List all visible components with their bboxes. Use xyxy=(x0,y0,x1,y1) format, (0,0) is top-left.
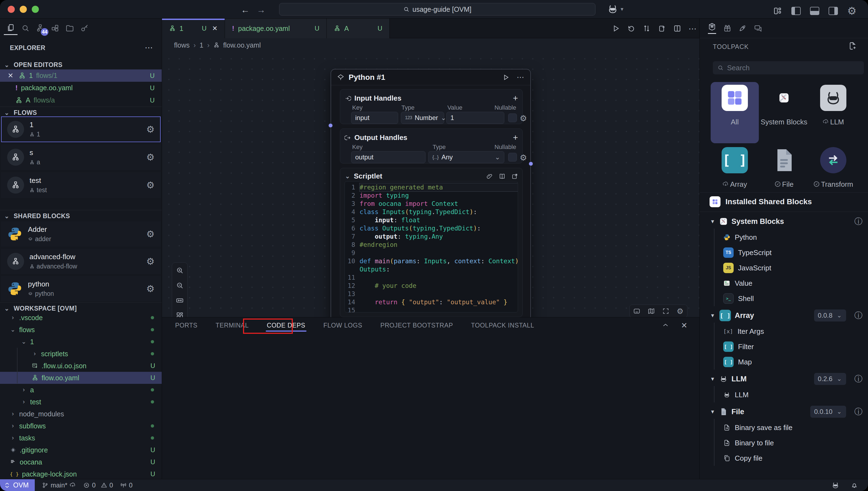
breadcrumb[interactable]: flows›1›flow.oo.yaml xyxy=(174,38,261,52)
shared-blocks-header[interactable]: ⌄SHARED BLOCKS xyxy=(0,210,162,222)
toolpack-block-value[interactable]: Value xyxy=(700,276,868,291)
block-settings-gear-icon[interactable]: ⚙ xyxy=(146,229,155,239)
version-select[interactable]: 0.2.6⌄ xyxy=(814,373,846,385)
panel-close-icon[interactable]: ✕ xyxy=(681,321,687,330)
toolpack-block-javascript[interactable]: JSJavaScript xyxy=(700,260,868,276)
code-line[interactable]: 7 output: typing.Any xyxy=(345,232,518,240)
attach-icon[interactable] xyxy=(486,173,493,180)
account-menu[interactable]: ▾ xyxy=(607,3,623,15)
flow-settings-gear-icon[interactable]: ⚙ xyxy=(146,124,155,135)
input-type-select[interactable]: 123 Number ⌄ xyxy=(401,112,444,124)
minimap-icon[interactable] xyxy=(648,308,655,315)
editor-layout-icon[interactable] xyxy=(773,6,782,15)
explorer-more-icon[interactable]: ⋯ xyxy=(145,42,154,52)
feedback-tab-icon[interactable] xyxy=(754,24,762,32)
code-line[interactable]: 14 return { "output": "output_value" } xyxy=(345,298,518,306)
toolpack-block-shell[interactable]: >_Shell xyxy=(700,291,868,306)
editor-more-icon[interactable]: ⋯ xyxy=(688,24,697,33)
input-nullable-checkbox[interactable] xyxy=(508,113,517,122)
breadcrumb-item[interactable]: flows xyxy=(174,41,190,49)
toolpack-block-python[interactable]: Python xyxy=(700,230,868,245)
workspace-tree-item[interactable]: .flow.ui.oo.jsonU xyxy=(0,360,162,372)
activity-folder-icon[interactable] xyxy=(63,21,77,35)
panel-tab-toolpack-install[interactable]: TOOLPACK INSTALL xyxy=(470,317,535,333)
code-line[interactable]: 4class Inputs(typing.TypedDict): xyxy=(345,208,518,216)
zoom-out-icon[interactable] xyxy=(176,281,184,290)
code-line[interactable]: 11 xyxy=(345,273,518,282)
toolpack-card-all[interactable]: All xyxy=(711,85,759,127)
flow-settings-gear-icon[interactable]: ⚙ xyxy=(146,152,155,163)
panel-collapse-icon[interactable] xyxy=(662,322,669,329)
info-icon[interactable]: ⓘ xyxy=(854,406,863,417)
toolpack-card-transform[interactable]: Transform xyxy=(809,147,857,189)
toggle-right-sidebar-icon[interactable] xyxy=(829,7,838,15)
output-port-dot[interactable] xyxy=(528,161,533,166)
compare-icon[interactable] xyxy=(643,24,651,32)
split-editor-icon[interactable] xyxy=(673,24,681,32)
editor-tab[interactable]: 1U✕ xyxy=(162,19,225,38)
run-flow-icon[interactable] xyxy=(612,24,620,32)
code-line[interactable]: 13 xyxy=(345,290,518,298)
workspace-tree-item[interactable]: ›a xyxy=(0,384,162,396)
scriptlet-code-editor[interactable]: 1#region generated meta2import typing3fr… xyxy=(345,181,518,313)
workspace-tree-item[interactable]: ›.vscode xyxy=(0,312,162,324)
ports-status[interactable]: 0 xyxy=(120,482,132,489)
open-editor-item[interactable]: ✕1flows/1U xyxy=(0,69,162,82)
panel-tab-project-bootstrap[interactable]: PROJECT BOOTSTRAP xyxy=(379,317,454,333)
open-external-icon[interactable] xyxy=(511,173,518,180)
toolpack-block-llm[interactable]: LLM xyxy=(700,387,868,402)
workspace-tree-item[interactable]: ⌄flows xyxy=(0,324,162,336)
code-line[interactable]: 2import typing xyxy=(345,191,518,200)
toolpack-card-array[interactable]: [ ]Array xyxy=(711,147,759,189)
docs-icon[interactable] xyxy=(499,173,506,180)
window-close-button[interactable] xyxy=(8,6,15,13)
code-line[interactable]: 1#region generated meta xyxy=(345,183,518,191)
collapse-icon[interactable]: ⌄ xyxy=(345,173,351,180)
toolpack-group-llm[interactable]: ▾LLM0.2.6⌄ⓘ xyxy=(700,372,868,386)
activity-key-icon[interactable] xyxy=(78,21,91,35)
git-branch-status[interactable]: main* xyxy=(42,482,76,489)
block-settings-gear-icon[interactable]: ⚙ xyxy=(146,283,155,294)
shared-block-item[interactable]: python python ⚙ xyxy=(1,276,161,301)
fullscreen-icon[interactable] xyxy=(662,308,669,315)
block-settings-gear-icon[interactable]: ⚙ xyxy=(146,256,155,267)
new-toolpack-icon[interactable] xyxy=(848,41,857,50)
command-center-search[interactable]: usage-guide [OVM] xyxy=(279,3,595,16)
panel-tab-ports[interactable]: PORTS xyxy=(174,317,199,333)
code-line[interactable]: 9 xyxy=(345,249,518,257)
shared-block-item[interactable]: Adder adder ⚙ xyxy=(1,222,161,247)
marketplace-tab-icon[interactable] xyxy=(723,24,731,32)
console-panel-icon[interactable] xyxy=(633,308,640,315)
output-type-select[interactable]: {..} Any ⌄ xyxy=(428,151,504,163)
nav-back-icon[interactable]: ← xyxy=(241,5,249,15)
info-icon[interactable]: ⓘ xyxy=(854,310,863,321)
input-handle-gear-icon[interactable]: ⚙ xyxy=(520,113,527,123)
close-icon[interactable]: ✕ xyxy=(8,71,15,80)
python-node[interactable]: Python #1 ⋯ Input Handles + Key Type Val… xyxy=(331,69,531,317)
workspace-tree-item[interactable]: { }package-lock.jsonU xyxy=(0,468,162,479)
activity-explorer-icon[interactable] xyxy=(4,21,18,35)
activity-blocks-icon[interactable] xyxy=(48,21,62,35)
nav-forward-icon[interactable]: → xyxy=(257,5,266,15)
input-value-field[interactable]: 1 xyxy=(446,112,504,124)
shared-block-item[interactable]: advanced-flow advanced-flow ⚙ xyxy=(1,249,161,274)
breadcrumb-item[interactable]: flow.oo.yaml xyxy=(223,41,261,49)
info-icon[interactable]: ⓘ xyxy=(854,373,863,385)
toolpack-block-typescript[interactable]: TSTypeScript xyxy=(700,245,868,260)
flow-list-item[interactable]: 1 1 ⚙ xyxy=(1,116,161,142)
open-editors-header[interactable]: ⌄OPEN EDITORS xyxy=(4,61,62,68)
breadcrumb-item[interactable]: 1 xyxy=(199,41,203,49)
toolpack-block-filter[interactable]: [ ]Filter xyxy=(700,339,868,354)
code-line[interactable]: 3from oocana import Context xyxy=(345,200,518,208)
rocket-tab-icon[interactable] xyxy=(738,24,747,32)
oomol-assistant-icon[interactable] xyxy=(831,481,840,489)
window-zoom-button[interactable] xyxy=(32,6,39,13)
flow-canvas[interactable]: Python #1 ⋯ Input Handles + Key Type Val… xyxy=(162,52,700,317)
code-line[interactable]: 12 # your code xyxy=(345,282,518,290)
canvas-settings-icon[interactable]: ⚙ xyxy=(677,307,683,316)
rerun-icon[interactable] xyxy=(627,24,635,32)
workspace-tree-item[interactable]: oocanaU xyxy=(0,456,162,468)
workspace-tree-item[interactable]: flow.oo.yamlU xyxy=(0,372,162,384)
workspace-tree-item[interactable]: ›node_modules xyxy=(0,408,162,420)
notifications-bell-icon[interactable] xyxy=(850,482,858,489)
